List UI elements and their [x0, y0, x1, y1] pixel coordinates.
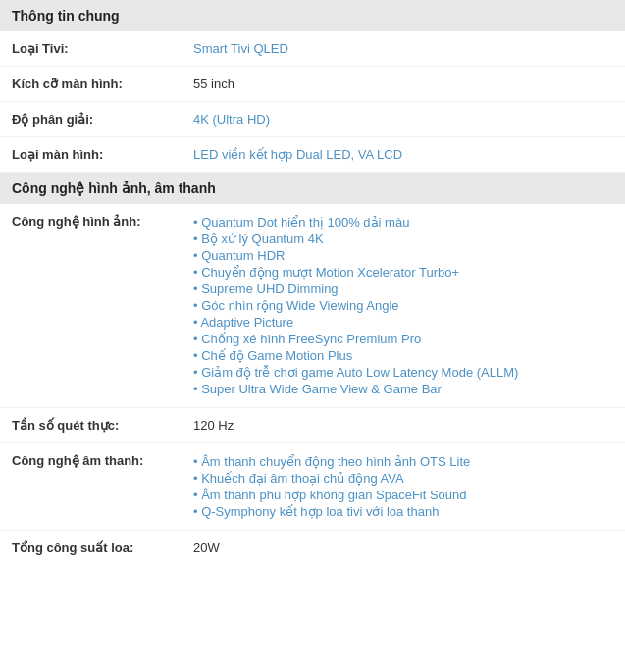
spec-value: 120 Hz [193, 418, 613, 433]
spec-list: Âm thanh chuyển động theo hình ảnh OTS L… [193, 453, 613, 520]
list-item: Supreme UHD Dimming [193, 281, 613, 297]
list-item: Super Ultra Wide Game View & Game Bar [193, 381, 613, 397]
spec-label: Loại Tivi: [12, 41, 193, 56]
list-item: Chế độ Game Motion Plus [193, 347, 613, 364]
spec-row: Độ phân giải:4K (Ultra HD) [0, 102, 625, 137]
spec-value: 4K (Ultra HD) [193, 112, 613, 127]
spec-row: Công nghệ hình ảnh:Quantum Dot hiển thị … [0, 204, 625, 408]
spec-row: Kích cỡ màn hình:55 inch [0, 67, 625, 102]
section-header-thong-tin-chung: Thông tin chung [0, 0, 625, 31]
list-item: Chuyển động mượt Motion Xcelerator Turbo… [193, 264, 613, 281]
spec-row: Công nghệ âm thanh:Âm thanh chuyển động … [0, 443, 625, 531]
spec-list: Quantum Dot hiển thị 100% dải màuBộ xử l… [193, 214, 613, 397]
spec-label: Loại màn hình: [12, 147, 193, 162]
list-item: Quantum HDR [193, 247, 613, 264]
list-item: Giảm độ trễ chơi game Auto Low Latency M… [193, 364, 613, 381]
spec-value: Âm thanh chuyển động theo hình ảnh OTS L… [193, 453, 613, 520]
spec-label: Công nghệ hình ảnh: [12, 214, 193, 229]
section-header-cong-nghe-hinh-anh: Công nghệ hình ảnh, âm thanh [0, 173, 625, 204]
list-item: Adaptive Picture [193, 314, 613, 331]
spec-label: Tổng công suất loa: [12, 541, 193, 555]
spec-value: Quantum Dot hiển thị 100% dải màuBộ xử l… [193, 214, 613, 397]
list-item: Góc nhìn rộng Wide Viewing Angle [193, 297, 613, 314]
spec-value: Smart Tivi QLED [193, 41, 613, 56]
spec-label: Công nghệ âm thanh: [12, 453, 193, 468]
spec-value: 55 inch [193, 77, 613, 91]
list-item: Âm thanh phù hợp không gian SpaceFit Sou… [193, 487, 613, 503]
page-container: Thông tin chungLoại Tivi:Smart Tivi QLED… [0, 0, 625, 565]
spec-label: Độ phân giải: [12, 112, 193, 127]
spec-label: Kích cỡ màn hình: [12, 77, 193, 91]
spec-row: Tổng công suất loa:20W [0, 531, 625, 565]
list-item: Âm thanh chuyển động theo hình ảnh OTS L… [193, 453, 613, 470]
spec-row: Tần số quét thực:120 Hz [0, 408, 625, 443]
list-item: Chống xé hình FreeSync Premium Pro [193, 331, 613, 347]
spec-row: Loại màn hình:LED viền kết hợp Dual LED,… [0, 137, 625, 173]
spec-label: Tần số quét thực: [12, 418, 193, 433]
spec-value: 20W [193, 541, 613, 555]
list-item: Khuếch đại âm thoại chủ động AVA [193, 470, 613, 487]
spec-value: LED viền kết hợp Dual LED, VA LCD [193, 147, 613, 162]
list-item: Quantum Dot hiển thị 100% dải màu [193, 214, 613, 231]
list-item: Bộ xử lý Quantum 4K [193, 231, 613, 247]
spec-row: Loại Tivi:Smart Tivi QLED [0, 31, 625, 67]
list-item: Q-Symphony kết hợp loa tivi với loa than… [193, 503, 613, 520]
